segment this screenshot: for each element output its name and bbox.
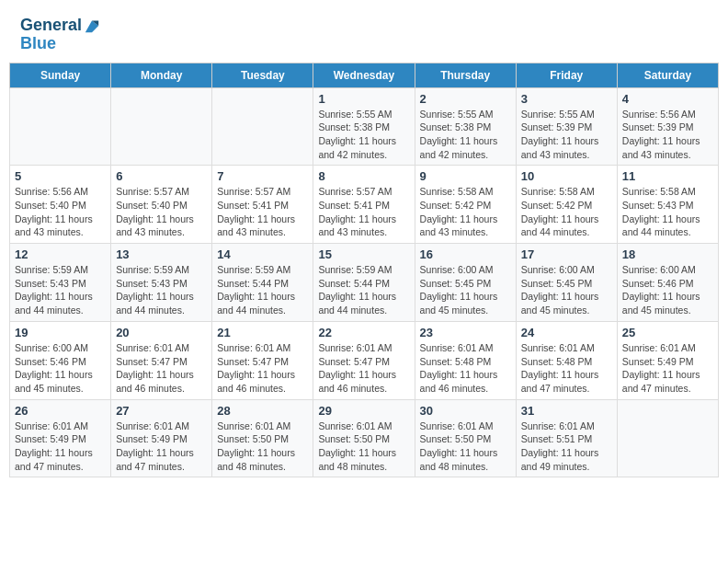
day-number: 22	[318, 326, 409, 339]
day-number: 27	[116, 404, 207, 418]
day-number: 15	[318, 247, 409, 261]
calendar-day-15: 15Sunrise: 5:59 AM Sunset: 5:44 PM Dayli…	[313, 244, 415, 322]
day-number: 12	[15, 247, 106, 261]
day-info: Sunrise: 6:00 AM Sunset: 5:46 PM Dayligh…	[15, 341, 106, 396]
day-info: Sunrise: 5:59 AM Sunset: 5:44 PM Dayligh…	[217, 263, 308, 317]
day-number: 14	[217, 247, 308, 261]
calendar-day-22: 22Sunrise: 6:01 AM Sunset: 5:47 PM Dayli…	[313, 321, 415, 399]
calendar-day-2: 2Sunrise: 5:55 AM Sunset: 5:38 PM Daylig…	[415, 87, 516, 166]
day-header-thursday: Thursday	[415, 63, 516, 87]
calendar-day-27: 27Sunrise: 6:01 AM Sunset: 5:49 PM Dayli…	[111, 399, 212, 477]
calendar-day-6: 6Sunrise: 5:57 AM Sunset: 5:40 PM Daylig…	[111, 166, 212, 244]
calendar-day-4: 4Sunrise: 5:56 AM Sunset: 5:39 PM Daylig…	[617, 87, 718, 166]
day-number: 7	[217, 169, 308, 183]
day-info: Sunrise: 6:00 AM Sunset: 5:46 PM Dayligh…	[622, 263, 713, 317]
day-info: Sunrise: 6:01 AM Sunset: 5:47 PM Dayligh…	[116, 341, 207, 396]
day-info: Sunrise: 5:56 AM Sunset: 5:39 PM Dayligh…	[622, 108, 713, 162]
day-info: Sunrise: 5:57 AM Sunset: 5:41 PM Dayligh…	[217, 185, 308, 239]
calendar-day-25: 25Sunrise: 6:01 AM Sunset: 5:49 PM Dayli…	[617, 321, 718, 399]
calendar-day-31: 31Sunrise: 6:01 AM Sunset: 5:51 PM Dayli…	[516, 399, 617, 477]
calendar-week-row: 12Sunrise: 5:59 AM Sunset: 5:43 PM Dayli…	[10, 244, 719, 322]
day-info: Sunrise: 6:01 AM Sunset: 5:49 PM Dayligh…	[116, 419, 207, 474]
calendar-day-11: 11Sunrise: 5:58 AM Sunset: 5:43 PM Dayli…	[617, 166, 718, 244]
day-info: Sunrise: 6:01 AM Sunset: 5:48 PM Dayligh…	[521, 341, 612, 396]
day-number: 25	[622, 326, 713, 339]
day-number: 11	[622, 169, 713, 183]
day-info: Sunrise: 6:01 AM Sunset: 5:49 PM Dayligh…	[15, 419, 106, 474]
calendar-day-1: 1Sunrise: 5:55 AM Sunset: 5:38 PM Daylig…	[313, 87, 415, 166]
day-number: 4	[622, 92, 713, 106]
day-number: 30	[420, 404, 511, 418]
calendar-day-23: 23Sunrise: 6:01 AM Sunset: 5:48 PM Dayli…	[415, 321, 516, 399]
day-info: Sunrise: 6:01 AM Sunset: 5:47 PM Dayligh…	[217, 341, 308, 396]
day-info: Sunrise: 5:55 AM Sunset: 5:38 PM Dayligh…	[420, 108, 511, 162]
day-info: Sunrise: 5:59 AM Sunset: 5:44 PM Dayligh…	[318, 263, 409, 317]
day-header-friday: Friday	[516, 63, 617, 87]
day-info: Sunrise: 6:01 AM Sunset: 5:50 PM Dayligh…	[217, 419, 308, 474]
calendar-day-9: 9Sunrise: 5:58 AM Sunset: 5:42 PM Daylig…	[415, 166, 516, 244]
day-number: 18	[622, 247, 713, 261]
day-info: Sunrise: 6:01 AM Sunset: 5:50 PM Dayligh…	[420, 419, 511, 474]
day-number: 19	[15, 326, 106, 339]
calendar-day-29: 29Sunrise: 6:01 AM Sunset: 5:50 PM Dayli…	[313, 399, 415, 477]
day-number: 31	[521, 404, 612, 418]
day-info: Sunrise: 5:59 AM Sunset: 5:43 PM Dayligh…	[116, 263, 207, 317]
day-info: Sunrise: 5:57 AM Sunset: 5:41 PM Dayligh…	[318, 185, 409, 239]
calendar-day-5: 5Sunrise: 5:56 AM Sunset: 5:40 PM Daylig…	[10, 166, 111, 244]
day-header-sunday: Sunday	[10, 63, 111, 87]
calendar-day-20: 20Sunrise: 6:01 AM Sunset: 5:47 PM Dayli…	[111, 321, 212, 399]
day-number: 1	[318, 92, 409, 106]
calendar-day-14: 14Sunrise: 5:59 AM Sunset: 5:44 PM Dayli…	[212, 244, 313, 322]
calendar-day-16: 16Sunrise: 6:00 AM Sunset: 5:45 PM Dayli…	[415, 244, 516, 322]
day-number: 24	[521, 326, 612, 339]
empty-cell	[212, 87, 313, 166]
day-info: Sunrise: 6:01 AM Sunset: 5:47 PM Dayligh…	[318, 341, 409, 396]
day-number: 17	[521, 247, 612, 261]
day-info: Sunrise: 5:56 AM Sunset: 5:40 PM Dayligh…	[15, 185, 106, 239]
day-number: 2	[420, 92, 511, 106]
day-info: Sunrise: 6:01 AM Sunset: 5:50 PM Dayligh…	[318, 419, 409, 474]
calendar-day-26: 26Sunrise: 6:01 AM Sunset: 5:49 PM Dayli…	[10, 399, 111, 477]
calendar-day-13: 13Sunrise: 5:59 AM Sunset: 5:43 PM Dayli…	[111, 244, 212, 322]
calendar-table: SundayMondayTuesdayWednesdayThursdayFrid…	[9, 63, 719, 478]
day-number: 29	[318, 404, 409, 418]
day-number: 6	[116, 169, 207, 183]
day-number: 3	[521, 92, 612, 106]
day-number: 13	[116, 247, 207, 261]
calendar-day-28: 28Sunrise: 6:01 AM Sunset: 5:50 PM Dayli…	[212, 399, 313, 477]
day-info: Sunrise: 5:59 AM Sunset: 5:43 PM Dayligh…	[15, 263, 106, 317]
day-info: Sunrise: 6:00 AM Sunset: 5:45 PM Dayligh…	[420, 263, 511, 317]
calendar-day-17: 17Sunrise: 6:00 AM Sunset: 5:45 PM Dayli…	[516, 244, 617, 322]
day-info: Sunrise: 5:58 AM Sunset: 5:42 PM Dayligh…	[521, 185, 612, 239]
calendar-day-3: 3Sunrise: 5:55 AM Sunset: 5:39 PM Daylig…	[516, 87, 617, 166]
calendar-day-7: 7Sunrise: 5:57 AM Sunset: 5:41 PM Daylig…	[212, 166, 313, 244]
day-info: Sunrise: 5:57 AM Sunset: 5:40 PM Dayligh…	[116, 185, 207, 239]
day-info: Sunrise: 5:58 AM Sunset: 5:43 PM Dayligh…	[622, 185, 713, 239]
empty-cell	[617, 399, 718, 477]
day-header-wednesday: Wednesday	[313, 63, 415, 87]
day-info: Sunrise: 6:01 AM Sunset: 5:49 PM Dayligh…	[622, 341, 713, 396]
day-info: Sunrise: 6:00 AM Sunset: 5:45 PM Dayligh…	[521, 263, 612, 317]
day-number: 23	[420, 326, 511, 339]
day-number: 28	[217, 404, 308, 418]
day-info: Sunrise: 5:55 AM Sunset: 5:38 PM Dayligh…	[318, 108, 409, 162]
calendar-week-row: 5Sunrise: 5:56 AM Sunset: 5:40 PM Daylig…	[10, 166, 719, 244]
calendar-week-row: 26Sunrise: 6:01 AM Sunset: 5:49 PM Dayli…	[10, 399, 719, 477]
calendar-day-18: 18Sunrise: 6:00 AM Sunset: 5:46 PM Dayli…	[617, 244, 718, 322]
logo-text-blue: Blue	[20, 35, 56, 53]
logo: General Blue	[20, 17, 100, 53]
day-header-monday: Monday	[111, 63, 212, 87]
calendar-header-row: SundayMondayTuesdayWednesdayThursdayFrid…	[10, 63, 719, 87]
day-header-saturday: Saturday	[617, 63, 718, 87]
calendar-day-19: 19Sunrise: 6:00 AM Sunset: 5:46 PM Dayli…	[10, 321, 111, 399]
day-number: 8	[318, 169, 409, 183]
calendar-day-30: 30Sunrise: 6:01 AM Sunset: 5:50 PM Dayli…	[415, 399, 516, 477]
day-info: Sunrise: 6:01 AM Sunset: 5:48 PM Dayligh…	[420, 341, 511, 396]
day-info: Sunrise: 6:01 AM Sunset: 5:51 PM Dayligh…	[521, 419, 612, 474]
day-number: 5	[15, 169, 106, 183]
calendar-day-12: 12Sunrise: 5:59 AM Sunset: 5:43 PM Dayli…	[10, 244, 111, 322]
day-info: Sunrise: 5:58 AM Sunset: 5:42 PM Dayligh…	[420, 185, 511, 239]
page-header: General Blue	[9, 9, 719, 57]
empty-cell	[10, 87, 111, 166]
day-number: 21	[217, 326, 308, 339]
